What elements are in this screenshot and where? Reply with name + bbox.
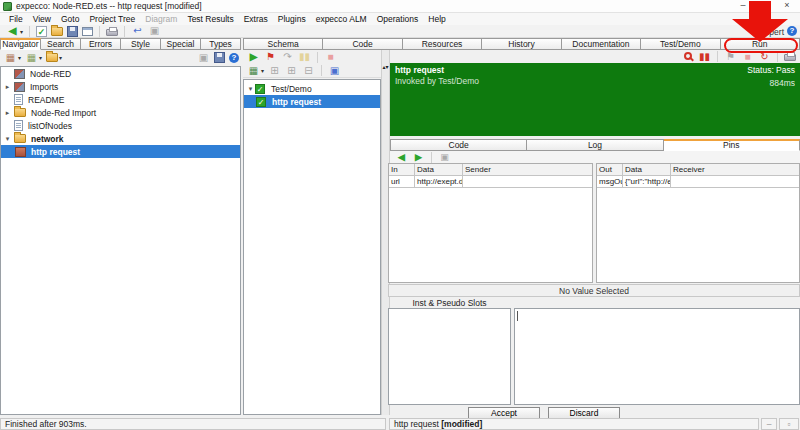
tab-detail-code[interactable]: Code <box>390 139 527 151</box>
tree-item-http-request[interactable]: http request <box>1 145 240 158</box>
tab-navigator[interactable]: Navigator <box>0 38 41 50</box>
view-mode-dropdown-icon[interactable]: ▾ <box>18 54 23 61</box>
print-report-icon[interactable] <box>784 54 796 61</box>
editor-tab-bar: Schema Code Resources History Documentat… <box>243 38 800 50</box>
tab-run[interactable]: Run <box>721 38 800 50</box>
filter-dropdown-icon[interactable]: ▾ <box>39 54 44 61</box>
col-in[interactable]: In <box>389 164 415 176</box>
open-pin-window-icon[interactable]: ▣ <box>438 152 451 162</box>
breakpoint-icon[interactable]: ⚑ <box>724 51 737 63</box>
tab-detail-pins[interactable]: Pins <box>664 139 800 151</box>
tab-errors[interactable]: Errors <box>81 38 121 50</box>
restart-icon[interactable]: ↻ <box>758 51 771 63</box>
menu-test-results[interactable]: Test Results <box>182 14 238 24</box>
col-data[interactable]: Data <box>415 164 463 176</box>
menu-goto[interactable]: Goto <box>56 14 84 24</box>
tab-code[interactable]: Code <box>323 38 402 50</box>
tree-item-node-red[interactable]: Node-RED <box>1 67 240 80</box>
tree-item-readme[interactable]: README <box>1 93 240 106</box>
menu-operations[interactable]: Operations <box>372 14 424 24</box>
filter-icon[interactable]: ▦ <box>25 52 38 64</box>
menu-view[interactable]: View <box>28 14 56 24</box>
browser-icon[interactable]: ▣ <box>148 25 161 37</box>
menu-extras[interactable]: Extras <box>239 14 273 24</box>
value-editor[interactable] <box>514 308 800 405</box>
undo-icon[interactable]: ↩ <box>131 25 144 37</box>
menu-help[interactable]: Help <box>423 14 450 24</box>
close-button[interactable]: × <box>776 0 798 12</box>
save-icon[interactable] <box>67 26 78 37</box>
slots-list[interactable] <box>388 308 511 405</box>
pause-icon[interactable]: ▮▮ <box>298 51 311 63</box>
menu-plugins[interactable]: Plugins <box>273 14 311 24</box>
tree-mode-icon[interactable]: ▦ <box>247 65 260 77</box>
tab-test-demo[interactable]: Test/Demo <box>641 38 720 50</box>
maximize-button[interactable]: ▢ <box>754 0 776 12</box>
user-level-label[interactable]: Expert <box>759 27 784 37</box>
output-pins-table: Out Data Receiver msgOut {"url":"http://… <box>596 163 800 283</box>
detach-window-icon[interactable]: ▣ <box>328 65 341 77</box>
tab-special[interactable]: Special <box>161 38 201 50</box>
new-folder-dropdown-icon[interactable]: ▾ <box>59 54 64 61</box>
view-mode-icon[interactable]: ▦ <box>4 52 17 64</box>
tab-documentation[interactable]: Documentation <box>562 38 641 50</box>
back-icon[interactable]: ◀ <box>6 25 19 37</box>
run-icon[interactable]: ▶ <box>247 51 260 63</box>
col-receiver[interactable]: Receiver <box>671 164 799 176</box>
expander-icon[interactable]: ▸ <box>3 83 12 91</box>
duration-label: 884ms <box>769 78 795 88</box>
new-suite-icon[interactable]: ✓ <box>36 26 47 37</box>
minimize-button[interactable]: – <box>732 0 754 12</box>
tab-detail-log[interactable]: Log <box>527 139 663 151</box>
step-icon[interactable]: ↷ <box>281 51 294 63</box>
menu-project-tree[interactable]: Project Tree <box>84 14 140 24</box>
prev-pin-icon[interactable]: ◀ <box>395 152 408 162</box>
open-file-icon[interactable] <box>51 27 63 36</box>
resize-grip-icon[interactable]: ▫ <box>779 418 799 430</box>
search-activity-icon[interactable] <box>684 52 692 60</box>
col-sender[interactable]: Sender <box>463 164 592 176</box>
tree-item-node-red-import[interactable]: ▸ Node-Red Import <box>1 106 240 119</box>
menu-expecco-alm[interactable]: expecco ALM <box>311 14 372 24</box>
table-row[interactable]: url http://exept.de <box>389 176 592 188</box>
pause-run-icon[interactable]: ▮▮ <box>698 51 711 63</box>
tree-item-listofnodes[interactable]: listOfNodes <box>1 119 240 132</box>
expander-icon[interactable]: ▾ <box>246 85 255 93</box>
next-pin-icon[interactable]: ▶ <box>412 152 425 162</box>
tree-item-test-demo[interactable]: ▾ ✓ Test/Demo <box>244 82 380 95</box>
sync-window-icon[interactable]: ▣ <box>197 52 210 64</box>
print-icon[interactable] <box>106 29 118 36</box>
splitter-grip-icon[interactable]: ▴▾ <box>382 64 389 70</box>
tab-style[interactable]: Style <box>121 38 161 50</box>
tree-item-network[interactable]: ▾ network <box>1 132 240 145</box>
new-folder-icon[interactable] <box>46 53 58 62</box>
tab-schema[interactable]: Schema <box>243 38 323 50</box>
new-window-icon[interactable] <box>82 27 93 36</box>
back-dropdown-icon[interactable]: ▾ <box>20 28 25 35</box>
tab-resources[interactable]: Resources <box>403 38 482 50</box>
tree-item-test-http-request[interactable]: ✓ http request <box>244 95 380 108</box>
stop-run-icon[interactable]: ■ <box>741 51 754 63</box>
tree-item-imports[interactable]: ▸ Imports <box>1 80 240 93</box>
table-row[interactable]: msgOut {"url":"http://e… <box>597 176 799 188</box>
help-icon[interactable]: ? <box>787 26 797 36</box>
expander-icon[interactable]: ▾ <box>3 135 12 143</box>
stop-icon[interactable]: ■ <box>324 51 337 63</box>
tab-types[interactable]: Types <box>201 38 241 50</box>
expander-icon[interactable]: ▸ <box>3 109 12 117</box>
status-badge: Status: Pass <box>747 65 795 75</box>
col-out[interactable]: Out <box>597 164 623 176</box>
collapse-all-icon[interactable]: ⊟ <box>302 65 315 77</box>
navigator-help-icon[interactable]: ? <box>229 53 239 63</box>
navigator-tree: Node-RED ▸ Imports README ▸ Node-Red Imp… <box>0 66 241 415</box>
quick-save-icon[interactable] <box>214 52 225 63</box>
expand-all-icon[interactable]: ⊞ <box>285 65 298 77</box>
tree-mode-dropdown-icon[interactable]: ▾ <box>261 67 266 74</box>
run-with-flag-icon[interactable]: ⚑ <box>264 51 277 63</box>
expand-one-icon[interactable]: ⊞ <box>268 65 281 77</box>
col-data[interactable]: Data <box>623 164 671 176</box>
status-message: Finished after 903ms. <box>0 418 386 430</box>
menu-file[interactable]: File <box>4 14 28 24</box>
tab-history[interactable]: History <box>482 38 561 50</box>
tab-search[interactable]: Search <box>41 38 81 50</box>
